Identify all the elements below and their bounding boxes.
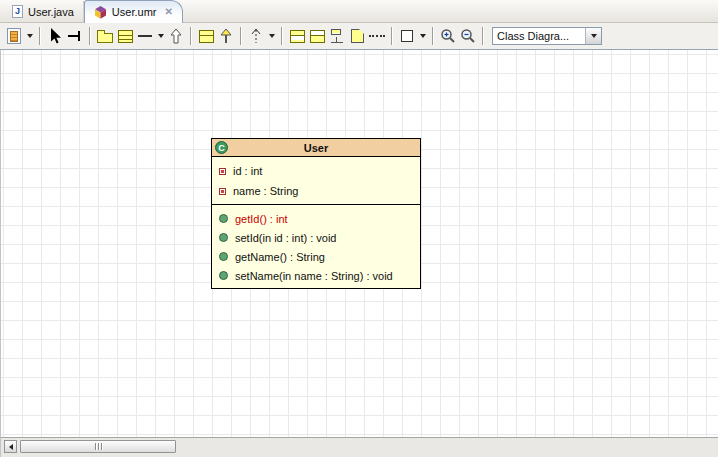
editor-tab-bar: User.java User.umr ✕ [0, 0, 718, 23]
java-file-icon [12, 5, 23, 18]
anchored-note-icon [330, 29, 344, 44]
toolbar-separator [89, 27, 91, 45]
select-tool-button[interactable] [45, 25, 65, 47]
class-compartment-tool-button[interactable] [196, 25, 216, 47]
close-tab-icon[interactable]: ✕ [164, 7, 172, 17]
chevron-down-icon [27, 34, 33, 38]
class-icon: C [215, 141, 228, 154]
toolbar-separator [190, 27, 192, 45]
generalization-arrow-icon [220, 28, 232, 44]
navigability-arrow-icon [170, 28, 182, 44]
package-tool-button[interactable] [95, 25, 115, 47]
anchored-note-tool-button[interactable] [327, 25, 347, 47]
association-tool-button[interactable] [135, 25, 155, 47]
diagram-toolbar: Class Diagra... [0, 23, 718, 50]
palette-button[interactable] [4, 25, 24, 47]
chevron-left-icon [9, 444, 13, 450]
class-bottom-band-icon [310, 30, 325, 43]
diagram-canvas[interactable]: C User id : int name : String getId() : … [0, 50, 718, 437]
horizontal-scrollbar[interactable] [0, 437, 718, 457]
chevron-down-icon [591, 34, 597, 38]
chevron-down-icon [420, 34, 426, 38]
rectangle-tool-icon [401, 30, 413, 42]
association-dropdown-button[interactable] [155, 25, 166, 47]
attribute-text: id : int [233, 165, 262, 177]
uml-model-cube-icon [94, 6, 107, 19]
combo-dropdown-button[interactable] [585, 28, 601, 44]
class-tool-button[interactable] [115, 25, 135, 47]
uml-operation-row[interactable]: setId(in id : int) : void [212, 228, 420, 247]
class-two-band-tool-button[interactable] [287, 25, 307, 47]
uml-operations-compartment: getId() : int setId(in id : int) : void … [212, 204, 420, 288]
private-field-icon [219, 168, 226, 175]
marquee-tool-icon [68, 29, 82, 43]
uml-editor-window: User.java User.umr ✕ [0, 0, 718, 457]
realization-dashed-arrow-icon [250, 28, 262, 44]
toolbar-separator [240, 27, 242, 45]
attribute-text: name : String [233, 185, 298, 197]
toolbar-separator [39, 27, 41, 45]
scroll-left-button[interactable] [4, 440, 17, 453]
class-two-band-icon [290, 30, 305, 43]
operation-text: getName() : String [235, 251, 325, 263]
realization-tool-button[interactable] [246, 25, 266, 47]
zoom-in-button[interactable] [438, 25, 458, 47]
select-cursor-icon [48, 28, 63, 44]
association-line-icon [138, 35, 152, 37]
private-field-icon [219, 188, 226, 195]
note-tool-button[interactable] [347, 25, 367, 47]
marquee-tool-button[interactable] [65, 25, 85, 47]
diagram-type-value: Class Diagra... [493, 30, 585, 42]
toolbar-separator [432, 27, 434, 45]
note-icon [351, 29, 364, 43]
thumb-grip-icon [95, 443, 96, 450]
zoom-in-icon [440, 28, 456, 44]
rectangle-tool-button[interactable] [397, 25, 417, 47]
chevron-down-icon [269, 34, 275, 38]
thumb-grip-icon [98, 443, 99, 450]
toolbar-separator [391, 27, 393, 45]
rectangle-dropdown-button[interactable] [417, 25, 428, 47]
operation-text-highlighted: getId() : int [235, 213, 288, 225]
operation-text: setId(in id : int) : void [235, 232, 337, 244]
class-compartment-icon [199, 30, 214, 43]
palette-dropdown-button[interactable] [24, 25, 35, 47]
palette-icon [7, 28, 21, 44]
operation-text: setName(in name : String) : void [235, 270, 393, 282]
uml-attributes-compartment: id : int name : String [212, 157, 420, 204]
dotted-connection-icon [369, 35, 385, 37]
public-method-icon [219, 233, 228, 242]
tab-label: User.java [28, 6, 74, 18]
public-method-icon [219, 214, 228, 223]
thumb-grip-icon [101, 443, 102, 450]
public-method-icon [219, 271, 228, 280]
zoom-out-icon [460, 28, 476, 44]
uml-attribute-row[interactable]: name : String [212, 181, 420, 201]
scrollbar-thumb[interactable] [20, 440, 176, 453]
realization-dropdown-button[interactable] [266, 25, 277, 47]
public-method-icon [219, 252, 228, 261]
uml-operation-row[interactable]: getName() : String [212, 247, 420, 266]
class-bottom-band-tool-button[interactable] [307, 25, 327, 47]
note-connection-tool-button[interactable] [367, 25, 387, 47]
tab-user-java[interactable]: User.java [3, 1, 84, 22]
diagram-type-select[interactable]: Class Diagra... [492, 27, 602, 45]
generalization-tool-button[interactable] [216, 25, 236, 47]
tab-label: User.umr [112, 6, 157, 18]
navigability-tool-button[interactable] [166, 25, 186, 47]
uml-class-name: User [304, 142, 328, 154]
tab-user-umr[interactable]: User.umr ✕ [84, 0, 183, 23]
uml-operation-row[interactable]: setName(in name : String) : void [212, 266, 420, 285]
uml-class-header[interactable]: C User [212, 139, 420, 157]
toolbar-separator [281, 27, 283, 45]
uml-attribute-row[interactable]: id : int [212, 161, 420, 181]
toolbar-separator [482, 27, 484, 45]
zoom-out-button[interactable] [458, 25, 478, 47]
chevron-down-icon [158, 34, 164, 38]
uml-operation-row[interactable]: getId() : int [212, 209, 420, 228]
class-icon [118, 30, 133, 43]
uml-class-user[interactable]: C User id : int name : String getId() : … [211, 138, 421, 289]
package-icon [97, 33, 113, 43]
